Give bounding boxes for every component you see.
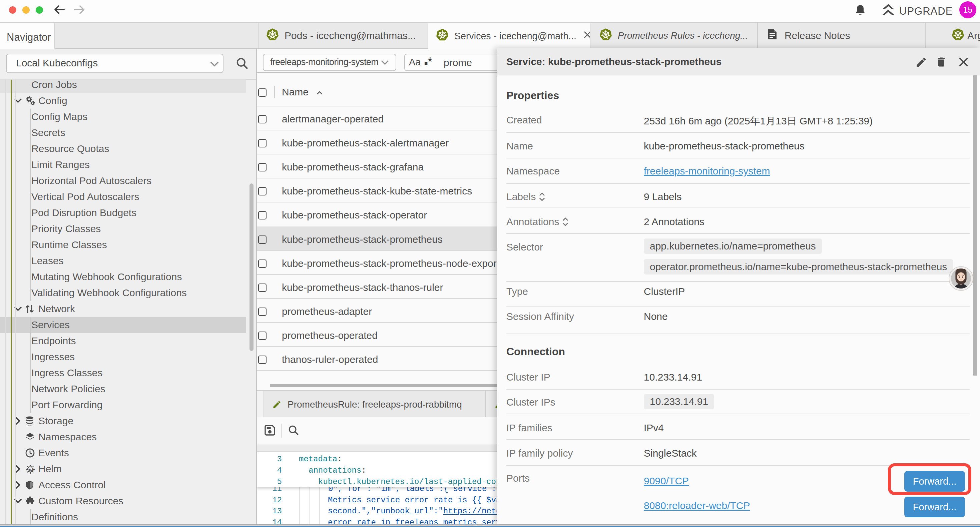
- svg-text:HELM: HELM: [26, 468, 34, 471]
